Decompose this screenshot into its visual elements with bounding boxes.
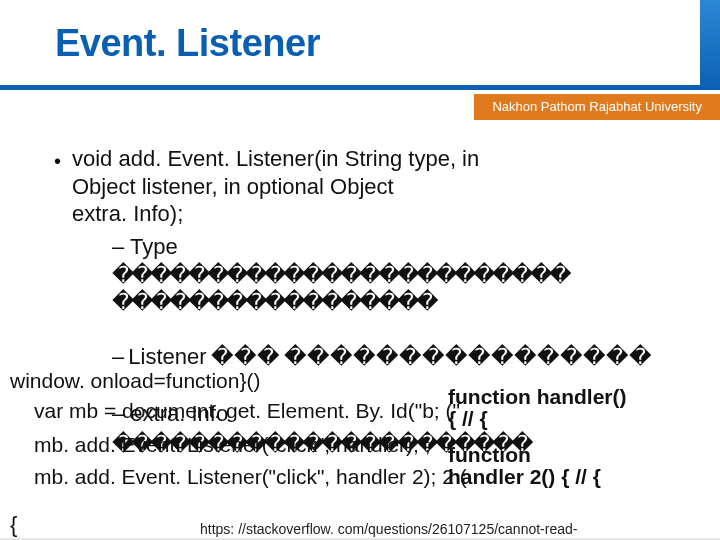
footer-url: https: //stackoverflow. com/questions/26… <box>200 521 577 537</box>
sub-type-label: – Type <box>112 234 178 259</box>
bullet-line2: Object listener, in optional Object <box>72 174 394 199</box>
title-bar: Event. Listener Nakhon Pathom Rajabhat U… <box>0 0 720 108</box>
overlay-func-handler: function handler() <box>448 385 626 409</box>
open-brace: { <box>10 512 17 538</box>
sub-listener-label: – Listener ��� ���������������� <box>112 344 652 369</box>
slide-title: Event. Listener <box>55 22 320 65</box>
bullet-dot-icon: • <box>54 149 61 174</box>
sub-type: – Type �������� ���� ������������ ������… <box>112 233 692 316</box>
overlay-func: function <box>448 443 531 467</box>
overlay-handler2: handler 2() { // { <box>448 465 601 489</box>
slide-content: • void add. Event. Listener(in String ty… <box>0 145 720 540</box>
sub-type-ph1: �������� ���� ������������ <box>112 262 568 287</box>
code-line-1: window. onload=function}() <box>10 369 260 393</box>
code-line-3: mb. add. Event. Listener("click", handle… <box>34 433 431 457</box>
university-label: Nakhon Pathom Rajabhat University <box>474 94 720 120</box>
code-line-4: mb. add. Event. Listener("click", handle… <box>34 465 467 489</box>
bullet-main: • void add. Event. Listener(in String ty… <box>72 145 672 228</box>
sub-type-ph2: ����������������� <box>112 289 435 314</box>
sub-listener: – Listener ��� ���������������� <box>112 343 692 371</box>
overlay-brace1: { // { <box>448 407 488 431</box>
orange-strip: Nakhon Pathom Rajabhat University <box>0 94 720 124</box>
bullet-line1: void add. Event. Listener(in String type… <box>72 146 479 171</box>
code-line-2: var mb = document. get. Element. By. Id(… <box>34 399 460 423</box>
bullet-line3: extra. Info); <box>72 201 183 226</box>
